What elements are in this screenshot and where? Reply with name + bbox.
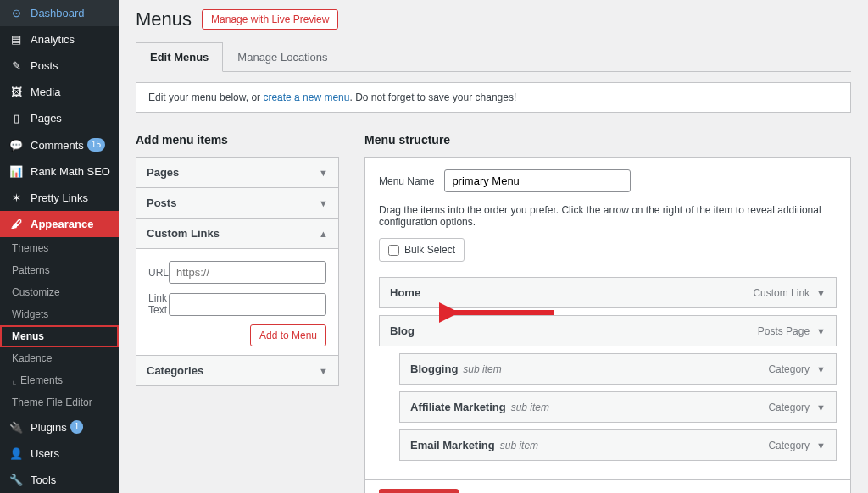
menu-structure-heading: Menu structure: [364, 133, 851, 147]
chevron-down-icon: ▼: [816, 402, 826, 413]
sidebar-icon: ▯: [8, 112, 24, 125]
sidebar-label: Users: [31, 447, 59, 460]
sidebar-item-pages[interactable]: ▯Pages: [0, 105, 119, 131]
sidebar-item-media[interactable]: 🖾Media: [0, 79, 119, 105]
bulk-select[interactable]: Bulk Select: [379, 238, 465, 262]
menu-item[interactable]: BlogPosts Page▼: [379, 315, 837, 346]
notice-banner: Edit your menu below, or create a new me…: [136, 82, 851, 113]
sidebar-subitem-patterns[interactable]: Patterns: [0, 259, 119, 281]
sidebar-item-analytics[interactable]: ▤Analytics: [0, 26, 119, 53]
sidebar-label: Posts: [31, 59, 58, 72]
sidebar-label: Pretty Links: [31, 191, 88, 204]
custom-link-url-input[interactable]: [169, 261, 326, 284]
sidebar-subitem-widgets[interactable]: Widgets: [0, 303, 119, 325]
sidebar-subitem-menus[interactable]: Menus: [0, 325, 119, 347]
chevron-down-icon: ▼: [319, 168, 328, 178]
admin-sidebar: ⊙Dashboard▤Analytics✎Posts🖾Media▯Pages💬C…: [0, 0, 119, 493]
panel-posts[interactable]: Posts▼: [136, 187, 338, 218]
custom-link-text-input[interactable]: [169, 293, 326, 316]
menu-item-type: Posts Page: [758, 325, 810, 337]
menu-item-type: Custom Link: [753, 287, 810, 299]
sidebar-label: Tools: [31, 474, 56, 486]
panel-pages[interactable]: Pages▼: [136, 158, 338, 187]
page-title: Menus: [136, 8, 192, 30]
sidebar-item-tools[interactable]: 🔧Tools: [0, 467, 119, 493]
sidebar-item-comments[interactable]: 💬Comments15: [0, 131, 119, 158]
chevron-down-icon: ▼: [816, 440, 826, 451]
menu-structure-card: Menu Name Drag the items into the order …: [364, 157, 851, 480]
menu-item-type: Category: [768, 402, 810, 413]
bulk-select-checkbox[interactable]: [388, 245, 399, 256]
chevron-down-icon: ▼: [319, 366, 328, 376]
chevron-up-icon: ▲: [319, 229, 328, 239]
menu-name-label: Menu Name: [379, 175, 434, 187]
sidebar-icon: ▤: [8, 33, 24, 46]
menu-item-label: Affiliate Marketingsub item: [410, 401, 549, 413]
url-label: URL: [148, 267, 169, 279]
sidebar-icon: ✶: [8, 191, 24, 204]
sidebar-subitem-kadence[interactable]: Kadence: [0, 347, 119, 369]
create-new-menu-link[interactable]: create a new menu: [263, 91, 349, 103]
chevron-down-icon: ▼: [816, 364, 826, 374]
drag-hint: Drag the items into the order you prefer…: [379, 204, 837, 228]
sidebar-item-users[interactable]: 👤Users: [0, 440, 119, 467]
menu-items-list: HomeCustom Link▼BlogPosts Page▼Bloggings…: [379, 277, 837, 461]
menu-item[interactable]: Affiliate Marketingsub itemCategory▼: [399, 391, 837, 423]
menu-item-label: Blog: [390, 324, 415, 337]
chevron-down-icon: ▼: [816, 288, 826, 298]
sidebar-count-badge: 15: [87, 138, 105, 152]
sidebar-label: Comments: [31, 139, 84, 152]
sidebar-subitem-theme-file-editor[interactable]: Theme File Editor: [0, 391, 119, 413]
tab-edit-menus[interactable]: Edit Menus: [136, 42, 223, 72]
add-to-menu-button[interactable]: Add to Menu: [250, 324, 326, 346]
sidebar-item-dashboard[interactable]: ⊙Dashboard: [0, 0, 119, 26]
tab-bar: Edit Menus Manage Locations: [136, 42, 851, 72]
bulk-select-label: Bulk Select: [404, 244, 455, 256]
sidebar-item-rank-math-seo[interactable]: 📊Rank Math SEO: [0, 158, 119, 185]
sidebar-icon: 💬: [8, 139, 24, 152]
menu-item-label: Home: [390, 286, 420, 299]
menu-item[interactable]: Email Marketingsub itemCategory▼: [399, 429, 837, 461]
sidebar-subitem-elements[interactable]: ⌞Elements: [0, 369, 119, 391]
sidebar-subitem-themes[interactable]: Themes: [0, 237, 119, 259]
notice-prefix: Edit your menu below, or: [148, 91, 263, 103]
sidebar-icon: 👤: [8, 447, 24, 460]
sidebar-item-pretty-links[interactable]: ✶Pretty Links: [0, 185, 119, 211]
add-items-accordion: Pages▼ Posts▼ Custom Links▲ URL Link Tex…: [136, 157, 339, 386]
menu-item-type: Category: [768, 363, 810, 375]
sidebar-icon: 📊: [8, 165, 24, 178]
manage-live-preview-button[interactable]: Manage with Live Preview: [202, 9, 338, 30]
sidebar-label: Media: [31, 86, 60, 98]
sidebar-item-appearance[interactable]: 🖌Appearance: [0, 211, 119, 237]
sidebar-item-plugins[interactable]: 🔌Plugins1: [0, 413, 119, 440]
panel-custom-links-body: URL Link Text Add to Menu: [136, 248, 338, 355]
save-menu-button[interactable]: Save Menu: [379, 489, 459, 493]
menu-item[interactable]: HomeCustom Link▼: [379, 277, 837, 308]
chevron-down-icon: ▼: [319, 198, 328, 208]
sidebar-subitem-customize[interactable]: Customize: [0, 281, 119, 303]
sidebar-icon: ⊙: [8, 7, 24, 19]
sidebar-icon: 🖾: [8, 86, 24, 98]
link-text-label: Link Text: [148, 292, 169, 316]
sidebar-label: Rank Math SEO: [31, 165, 110, 178]
chevron-down-icon: ▼: [816, 326, 826, 336]
menu-footer-bar: Save Menu Delete Menu: [364, 479, 851, 493]
sidebar-label: Plugins: [31, 421, 67, 434]
sidebar-label: Analytics: [31, 33, 75, 46]
add-items-heading: Add menu items: [136, 133, 339, 147]
sidebar-label: Appearance: [31, 218, 93, 230]
sidebar-item-posts[interactable]: ✎Posts: [0, 53, 119, 79]
menu-item[interactable]: Bloggingsub itemCategory▼: [399, 353, 837, 385]
panel-custom-links[interactable]: Custom Links▲: [136, 218, 338, 248]
sidebar-icon: ✎: [8, 59, 24, 72]
menu-name-input[interactable]: [444, 169, 631, 192]
sidebar-count-badge: 1: [70, 420, 84, 434]
sidebar-icon: 🖌: [8, 218, 24, 230]
main-content: Menus Manage with Live Preview Edit Menu…: [119, 0, 868, 493]
sidebar-label: Dashboard: [31, 7, 85, 19]
sidebar-icon: 🔧: [8, 474, 24, 486]
panel-categories[interactable]: Categories▼: [136, 355, 338, 385]
tab-manage-locations[interactable]: Manage Locations: [223, 42, 342, 71]
sidebar-label: Pages: [31, 112, 62, 125]
sidebar-icon: 🔌: [8, 421, 24, 434]
